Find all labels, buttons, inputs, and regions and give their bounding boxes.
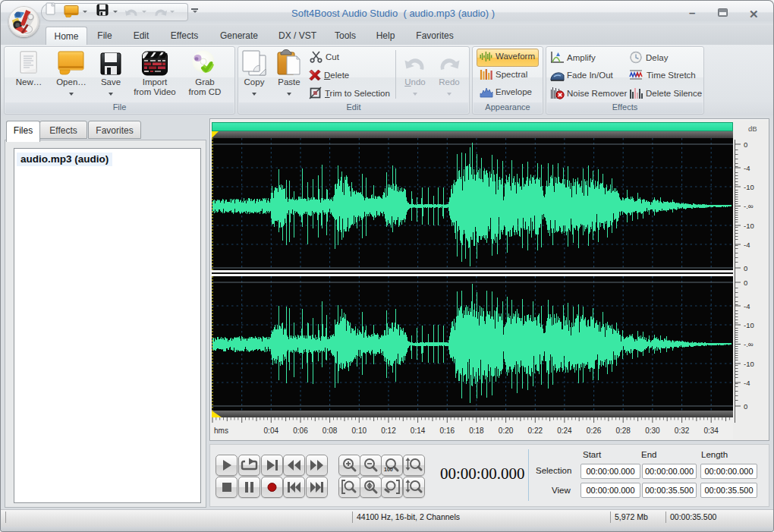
svg-text:hms: hms bbox=[214, 427, 228, 435]
svg-text:0:20: 0:20 bbox=[499, 427, 514, 435]
svg-text:0: 0 bbox=[744, 140, 747, 149]
svg-text:dB: dB bbox=[748, 124, 757, 133]
svg-text:0:34: 0:34 bbox=[703, 427, 719, 435]
svg-text:0:12: 0:12 bbox=[381, 427, 396, 435]
svg-text:-4: -4 bbox=[744, 241, 750, 249]
svg-text:0:16: 0:16 bbox=[440, 427, 455, 435]
svg-text:0:24: 0:24 bbox=[557, 427, 572, 435]
svg-text:-10: -10 bbox=[744, 222, 754, 230]
svg-text:0:14: 0:14 bbox=[411, 427, 426, 435]
svg-text:0:22: 0:22 bbox=[528, 427, 543, 435]
svg-text:-.∞: -.∞ bbox=[744, 340, 754, 348]
svg-text:0:08: 0:08 bbox=[322, 427, 338, 435]
svg-text:0:26: 0:26 bbox=[587, 427, 602, 435]
svg-text:0:28: 0:28 bbox=[615, 427, 631, 435]
svg-text:-10: -10 bbox=[744, 183, 754, 191]
svg-text:-.∞: -.∞ bbox=[744, 202, 754, 210]
svg-text:0: 0 bbox=[744, 264, 747, 272]
svg-text:0:30: 0:30 bbox=[645, 427, 660, 435]
svg-text:0:06: 0:06 bbox=[293, 427, 308, 435]
svg-text:-4: -4 bbox=[744, 379, 750, 387]
svg-text:0: 0 bbox=[744, 402, 747, 411]
svg-text:100: 100 bbox=[384, 467, 393, 472]
svg-text:0:04: 0:04 bbox=[264, 427, 279, 435]
svg-text:0:10: 0:10 bbox=[352, 427, 367, 435]
svg-text:0:32: 0:32 bbox=[675, 427, 690, 435]
svg-text:-10: -10 bbox=[744, 321, 754, 329]
svg-text:-10: -10 bbox=[744, 360, 754, 368]
svg-text:0:18: 0:18 bbox=[469, 427, 484, 435]
svg-text:0: 0 bbox=[744, 279, 747, 287]
svg-text:-4: -4 bbox=[744, 164, 750, 172]
svg-text:-4: -4 bbox=[744, 302, 750, 310]
